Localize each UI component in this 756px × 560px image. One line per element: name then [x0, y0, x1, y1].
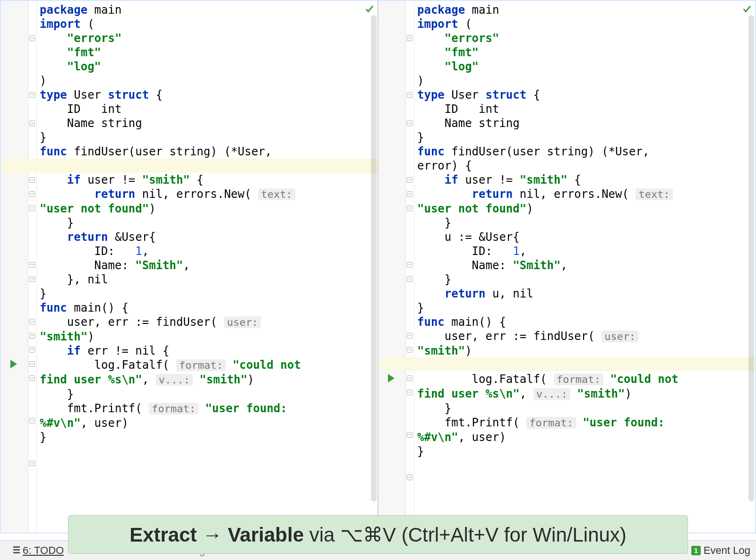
code-line[interactable]: } — [417, 444, 682, 458]
code-line[interactable]: import ( — [40, 17, 304, 31]
inspection-ok-icon — [364, 4, 375, 14]
code-line[interactable]: package main — [417, 3, 682, 17]
code-line[interactable]: } — [417, 130, 682, 144]
code-line[interactable]: "errors" — [40, 31, 304, 45]
caption-rest: via ⌥⌘V (Ctrl+Alt+V for Win/Linux) — [304, 524, 627, 546]
fold-toggle-icon[interactable]: − — [407, 205, 412, 211]
run-gutter-icon[interactable] — [10, 360, 17, 368]
code-line[interactable]: return u, nil — [417, 287, 682, 301]
code-line[interactable]: "log" — [417, 59, 682, 74]
fold-toggle-icon[interactable]: − — [407, 375, 412, 381]
code-line[interactable]: if user != "smith" { — [417, 173, 682, 187]
split-editor: −−−−−−−−−−−−−−− package mainimport ( "er… — [0, 0, 756, 534]
fold-end-icon[interactable]: − — [29, 177, 35, 183]
fold-gutter-right[interactable]: −−−−−−−−−−−−−−− — [406, 1, 414, 533]
scrollbar-right[interactable] — [748, 15, 754, 501]
fold-toggle-icon[interactable]: − — [29, 35, 35, 41]
code-line[interactable]: func findUser(user string) (*User, error… — [417, 144, 682, 173]
code-line[interactable]: "log" — [40, 59, 304, 74]
fold-toggle-icon[interactable]: − — [407, 191, 412, 197]
editor-pane-left[interactable]: −−−−−−−−−−−−−−− package mainimport ( "er… — [0, 0, 378, 534]
code-line[interactable]: return &User{ — [40, 230, 304, 244]
code-line[interactable]: ID: 1, — [40, 244, 304, 258]
code-line[interactable]: "fmt" — [40, 45, 304, 59]
code-line[interactable]: ) — [40, 74, 304, 88]
code-line[interactable]: fmt.Printf( format: "user found: %#v\n",… — [417, 416, 682, 444]
run-gutter-icon[interactable] — [388, 374, 395, 382]
code-line[interactable]: user, err := findUser( user: "smith") — [40, 315, 304, 344]
code-line[interactable]: import ( — [417, 17, 682, 31]
fold-toggle-icon[interactable]: − — [407, 475, 412, 480]
fold-toggle-icon[interactable]: − — [407, 333, 412, 339]
fold-toggle-icon[interactable]: − — [407, 120, 412, 126]
fold-toggle-icon[interactable]: − — [29, 262, 35, 268]
fold-end-icon[interactable]: − — [407, 92, 412, 98]
code-area-right[interactable]: package mainimport ( "errors" "fmt" "log… — [414, 1, 755, 533]
scrollbar-left[interactable] — [371, 15, 377, 501]
code-line[interactable]: } — [417, 216, 682, 230]
code-line[interactable]: Name: "Smith", — [417, 258, 682, 272]
fold-toggle-icon[interactable]: − — [407, 432, 412, 438]
caption-banner: Extract → Variable via ⌥⌘V (Ctrl+Alt+V f… — [69, 516, 687, 553]
editor-pane-right[interactable]: −−−−−−−−−−−−−−− package mainimport ( "er… — [378, 0, 756, 534]
fold-toggle-icon[interactable]: − — [29, 361, 35, 367]
fold-toggle-icon[interactable]: − — [29, 333, 35, 339]
code-line[interactable]: Name: "Smith", — [40, 258, 304, 272]
code-line[interactable]: user, err := findUser( user: "smith") — [417, 329, 682, 358]
fold-toggle-icon[interactable]: − — [29, 319, 35, 324]
code-line[interactable]: log.Fatalf( format: "could not find user… — [40, 358, 304, 387]
code-line[interactable]: ID: 1, — [417, 244, 682, 258]
code-line[interactable]: func main() { — [40, 301, 304, 315]
code-line[interactable]: log.Fatalf( format: "could not find user… — [417, 372, 682, 401]
fold-toggle-icon[interactable]: − — [407, 262, 412, 268]
fold-toggle-icon[interactable]: − — [29, 418, 35, 424]
code-line[interactable]: } — [40, 430, 304, 444]
fold-toggle-icon[interactable]: − — [407, 347, 412, 353]
status-item-event-log[interactable]: 1 Event Log — [691, 544, 750, 557]
code-line[interactable]: type User struct { — [417, 88, 682, 102]
code-line[interactable]: return nil, errors.New( text: "user not … — [417, 187, 682, 216]
left-gutter[interactable] — [1, 1, 28, 533]
code-area-left[interactable]: package mainimport ( "errors" "fmt" "log… — [37, 1, 378, 533]
code-line[interactable]: func main() { — [417, 315, 682, 329]
code-line[interactable]: } — [417, 401, 682, 416]
fold-end-icon[interactable]: − — [29, 92, 35, 98]
highlighted-line — [378, 357, 414, 371]
fold-end-icon[interactable]: − — [29, 347, 35, 353]
fold-toggle-icon[interactable]: − — [29, 460, 35, 466]
fold-toggle-icon[interactable]: − — [29, 205, 35, 211]
code-line[interactable]: } — [417, 301, 682, 315]
code-line[interactable]: package main — [40, 3, 304, 17]
fold-end-icon[interactable]: − — [407, 177, 412, 183]
code-line[interactable]: Name string — [40, 116, 304, 130]
fold-toggle-icon[interactable]: − — [407, 276, 412, 282]
fold-toggle-icon[interactable]: − — [407, 35, 412, 41]
fold-toggle-icon[interactable]: − — [29, 276, 35, 282]
code-line[interactable]: } — [40, 216, 304, 230]
code-line[interactable]: Name string — [417, 116, 682, 130]
code-line[interactable]: "errors" — [417, 31, 682, 45]
code-line[interactable]: type User struct { — [40, 88, 304, 102]
code-line[interactable]: if err != nil { — [40, 344, 304, 358]
code-line[interactable]: if user != "smith" { — [40, 173, 304, 187]
code-line[interactable]: } — [40, 287, 304, 301]
fold-toggle-icon[interactable]: − — [407, 390, 412, 395]
fold-toggle-icon[interactable]: − — [29, 191, 35, 197]
fold-gutter-left[interactable]: −−−−−−−−−−−−−−− — [28, 1, 37, 533]
code-line[interactable]: ) — [417, 74, 682, 88]
status-item-todo[interactable]: 6: TODO — [6, 544, 71, 557]
fold-toggle-icon[interactable]: − — [29, 375, 35, 381]
code-line[interactable]: } — [40, 387, 304, 401]
caption-strong: Extract → Variable — [129, 524, 304, 546]
code-line[interactable]: ID int — [40, 102, 304, 116]
code-line[interactable]: }, nil — [40, 272, 304, 287]
fold-toggle-icon[interactable]: − — [29, 120, 35, 126]
code-line[interactable]: } — [40, 130, 304, 144]
code-line[interactable]: ID int — [417, 102, 682, 116]
code-line[interactable]: "fmt" — [417, 45, 682, 59]
code-line[interactable]: fmt.Printf( format: "user found: %#v\n",… — [40, 401, 304, 430]
right-gutter[interactable] — [378, 1, 406, 533]
code-line[interactable]: return nil, errors.New( text: "user not … — [40, 187, 304, 216]
code-line[interactable]: u := &User{ — [417, 230, 682, 244]
code-line[interactable]: } — [417, 272, 682, 287]
